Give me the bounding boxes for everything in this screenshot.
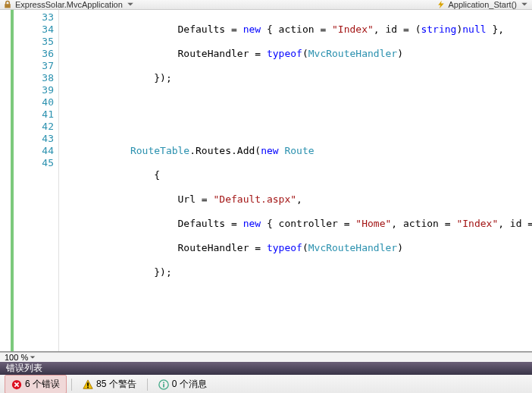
code-editor[interactable]: 33 34 35 36 37 38 39 40 41 42 43 44 45 D…	[0, 10, 532, 352]
tab-messages-label: 0 个消息	[172, 378, 207, 391]
info-icon	[158, 379, 169, 390]
tab-errors-label: 6 个错误	[25, 378, 60, 391]
line-number: 41	[14, 108, 58, 121]
tab-messages[interactable]: 0 个消息	[152, 376, 213, 393]
line-number: 34	[14, 24, 58, 36]
warning-icon	[83, 379, 93, 390]
tab-errors[interactable]: 6 个错误	[5, 375, 67, 393]
line-number: 37	[14, 60, 58, 72]
line-number-gutter: 33 34 35 36 37 38 39 40 41 42 43 44 45	[14, 10, 59, 351]
marker-strip	[0, 10, 14, 351]
line-number: 35	[14, 36, 58, 48]
breadcrumb-left[interactable]: ExpressSolar.MvcApplication	[15, 0, 123, 9]
divider	[147, 379, 148, 391]
line-number: 33	[14, 11, 58, 24]
line-number: 40	[14, 96, 58, 108]
chevron-down-icon	[30, 354, 36, 360]
panel-title: 错误列表	[0, 362, 532, 375]
svg-rect-4	[163, 384, 164, 387]
zoom-value: 100 %	[5, 353, 28, 362]
line-number: 36	[14, 48, 58, 60]
divider	[71, 379, 72, 391]
line-number: 39	[14, 84, 58, 96]
panel-title-text: 错误列表	[6, 362, 42, 375]
lightning-icon	[437, 0, 446, 9]
chevron-down-icon[interactable]	[520, 0, 529, 9]
lock-icon	[3, 0, 12, 9]
line-number: 45	[14, 157, 58, 169]
tab-warnings[interactable]: 85 个警告	[77, 376, 142, 393]
zoom-dropdown[interactable]: 100 %	[5, 353, 36, 362]
line-number: 38	[14, 72, 58, 84]
tab-warnings-label: 85 个警告	[96, 378, 136, 391]
line-number: 44	[14, 145, 58, 157]
line-number: 43	[14, 133, 58, 145]
error-icon	[11, 379, 22, 390]
line-number: 42	[14, 121, 58, 133]
svg-rect-2	[87, 386, 89, 388]
error-tab-bar: 6 个错误 85 个警告 0 个消息	[0, 375, 532, 393]
svg-rect-5	[163, 382, 164, 383]
svg-rect-1	[87, 382, 89, 385]
code-area[interactable]: Defaults = new { action = "Index", id = …	[59, 10, 532, 351]
chevron-down-icon[interactable]	[126, 0, 135, 9]
breadcrumb-bar: ExpressSolar.MvcApplication Application_…	[0, 0, 532, 10]
zoom-bar: 100 %	[0, 352, 532, 362]
breadcrumb-right[interactable]: Application_Start()	[449, 0, 518, 9]
